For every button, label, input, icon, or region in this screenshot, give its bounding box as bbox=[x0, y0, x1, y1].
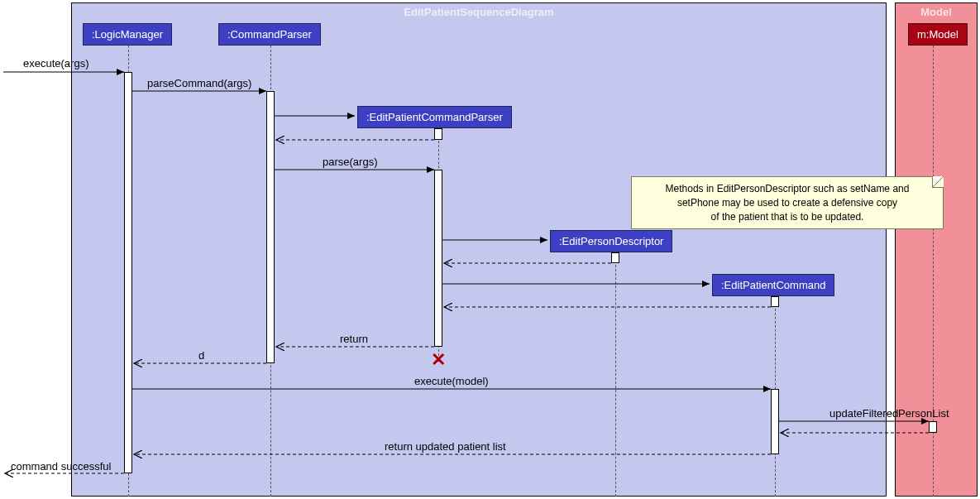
note-line3: of the patient that is to be updated. bbox=[711, 211, 864, 223]
note-line1: Methods in EditPersonDescriptor such as … bbox=[666, 183, 910, 194]
participant-editpersondescriptor: :EditPersonDescriptor bbox=[550, 230, 672, 252]
note-descriptor: Methods in EditPersonDescriptor such as … bbox=[631, 176, 944, 229]
group-logic-title: EditPatientSequenceDiagram bbox=[72, 6, 886, 18]
activation-epc-exec bbox=[771, 389, 779, 454]
participant-logicmanager: :LogicManager bbox=[83, 23, 172, 46]
activation-epc-create bbox=[771, 296, 779, 307]
msg-parsecommand: parseCommand(args) bbox=[147, 77, 251, 89]
participant-editpatientcommandparser: :EditPatientCommandParser bbox=[357, 106, 512, 128]
activation-epcp-parse bbox=[434, 170, 442, 347]
msg-return: return bbox=[340, 333, 368, 345]
lifeline-editpersondescriptor bbox=[615, 252, 616, 497]
msg-returnupdated: return updated patient list bbox=[385, 440, 506, 453]
participant-model: m:Model bbox=[908, 23, 968, 46]
msg-commandsuccess: command successful bbox=[11, 460, 111, 473]
participant-editpatientcommand: :EditPatientCommand bbox=[712, 274, 834, 296]
msg-parse: parse(args) bbox=[323, 156, 377, 168]
msg-executemodel: execute(model) bbox=[414, 375, 489, 387]
group-model-title: Model bbox=[896, 6, 977, 18]
activation-logicmanager bbox=[124, 72, 132, 473]
destroy-icon: ✕ bbox=[430, 352, 447, 368]
msg-updatelist: updateFilteredPersonList bbox=[829, 407, 949, 420]
activation-model bbox=[929, 421, 937, 433]
activation-epcp-create bbox=[434, 128, 442, 140]
sequence-diagram: EditPatientSequenceDiagram Model :LogicM… bbox=[0, 0, 980, 499]
activation-commandparser bbox=[266, 91, 275, 363]
msg-d: d bbox=[198, 349, 204, 362]
note-line2: setPhone may be used to create a defensi… bbox=[677, 197, 897, 209]
msg-execute-args: execute(args) bbox=[23, 57, 88, 70]
activation-epd bbox=[611, 252, 619, 263]
participant-commandparser: :CommandParser bbox=[218, 23, 321, 46]
